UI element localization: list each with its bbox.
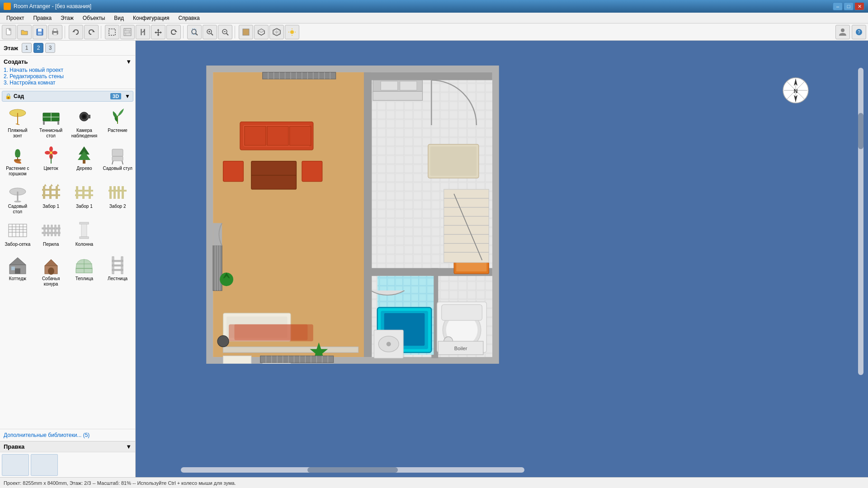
svg-rect-107 — [81, 224, 87, 237]
item-fence1b[interactable]: Забор 1 — [69, 180, 100, 216]
collapse-garden-icon[interactable]: ▼ — [125, 93, 130, 99]
item-flower[interactable]: Цветок — [35, 142, 67, 178]
item-doghouse-label: Собачья конура — [36, 276, 66, 287]
item-pot-plant[interactable]: Растение с горшком — [2, 142, 33, 178]
item-railing[interactable]: Перила — [35, 218, 67, 249]
3d-view-button[interactable] — [254, 25, 269, 39]
wall-button[interactable] — [120, 25, 135, 39]
item-plant[interactable]: Растение — [102, 104, 133, 141]
svg-rect-179 — [290, 126, 311, 145]
menu-help[interactable]: Справка — [174, 14, 204, 22]
sun-button[interactable] — [285, 25, 299, 39]
item-plant-label: Растение — [108, 128, 127, 133]
vertical-scrollbar[interactable] — [858, 68, 863, 375]
svg-rect-3 — [38, 33, 42, 35]
3d-full-button[interactable] — [269, 25, 284, 39]
new-button[interactable] — [2, 25, 16, 39]
create-link-3[interactable]: 3. Настройка комнат — [4, 80, 132, 86]
move-button[interactable] — [151, 25, 165, 39]
create-link-1[interactable]: 1. Начать новый проект — [4, 67, 132, 73]
svg-line-46 — [16, 124, 19, 125]
floor-plan-svg[interactable]: Boiler — [181, 66, 524, 364]
rotate-btn[interactable] — [166, 25, 181, 39]
svg-rect-111 — [15, 268, 20, 274]
garden-section-header: 🔒 Сад 3D ▼ — [2, 91, 133, 102]
menu-project[interactable]: Проект — [2, 14, 29, 22]
svg-rect-75 — [43, 186, 45, 199]
door-button[interactable] — [136, 25, 150, 39]
menu-config[interactable]: Конфигурация — [128, 14, 174, 22]
open-button[interactable] — [17, 25, 32, 39]
svg-rect-66 — [112, 149, 123, 156]
additional-libraries-link[interactable]: Дополнительные библиотеки... (5) — [0, 429, 135, 441]
svg-rect-65 — [83, 160, 85, 164]
pravka-thumb-2[interactable] — [31, 454, 58, 476]
item-tennis-table[interactable]: Теннисный стол — [35, 104, 67, 141]
item-tree[interactable]: Дерево — [69, 142, 100, 178]
svg-rect-67 — [112, 156, 123, 161]
create-link-2[interactable]: 2. Редактировать стены — [4, 73, 132, 80]
print-button[interactable] — [48, 25, 62, 39]
svg-rect-140 — [364, 72, 372, 357]
item-camera[interactable]: Камера наблюдения — [69, 104, 100, 141]
minimize-button[interactable]: – — [833, 2, 843, 10]
save-button[interactable] — [33, 25, 47, 39]
floor-view-button[interactable] — [239, 25, 253, 39]
canvas-area[interactable]: N — [136, 41, 868, 477]
item-cottage-label: Коттедж — [9, 276, 26, 282]
collapse-create-icon[interactable]: ▼ — [126, 58, 132, 65]
item-garden-table-label: Садовый стол — [3, 204, 33, 215]
horizontal-scrollbar[interactable] — [181, 467, 524, 473]
svg-rect-50 — [43, 121, 45, 125]
left-panel: Этаж 1 2 3 Создать ▼ 1. Начать новый про… — [0, 41, 136, 477]
svg-rect-102 — [47, 225, 49, 236]
pravka-thumb-1[interactable] — [2, 454, 29, 476]
window-controls: – □ ✕ — [833, 2, 864, 10]
item-column[interactable]: Колонна — [69, 218, 100, 249]
item-greenhouse[interactable]: Теплица — [69, 253, 100, 289]
menu-edit[interactable]: Правка — [29, 14, 57, 22]
item-beach-umbrella[interactable]: Пляжный зонт — [2, 104, 33, 141]
floor-tab-2[interactable]: 2 — [33, 43, 43, 53]
item-fence1[interactable]: Забор 1 — [35, 180, 67, 216]
item-ladder-label: Лестница — [108, 276, 127, 282]
menu-view[interactable]: Вид — [109, 14, 128, 22]
svg-rect-160 — [400, 81, 417, 90]
undo-button[interactable] — [69, 25, 83, 39]
zoom-in-button[interactable] — [203, 25, 217, 39]
svg-rect-103 — [51, 225, 52, 236]
svg-marker-110 — [9, 258, 26, 265]
pravka-title: Правка — [4, 443, 24, 450]
item-fence2[interactable]: Забор 2 — [102, 180, 133, 216]
svg-rect-51 — [57, 121, 59, 125]
garden-3d-btn[interactable]: 3D — [110, 93, 121, 99]
scrollbar-thumb-h[interactable] — [307, 467, 398, 473]
item-garden-chair[interactable]: Садовый стул — [102, 142, 133, 178]
item-cottage[interactable]: Коттедж — [2, 253, 33, 289]
item-fence1b-label: Забор 1 — [76, 204, 93, 209]
item-doghouse[interactable]: Собачья конура — [35, 253, 67, 289]
scrollbar-thumb[interactable] — [858, 113, 863, 149]
select-button[interactable] — [105, 25, 119, 39]
maximize-button[interactable]: □ — [844, 2, 854, 10]
menu-objects[interactable]: Объекты — [78, 14, 110, 22]
floor-tab-1[interactable]: 1 — [22, 43, 32, 53]
floor-tab-3[interactable]: 3 — [45, 43, 55, 53]
svg-rect-122 — [112, 260, 123, 262]
compass: N — [782, 77, 809, 104]
zoom-out-button[interactable] — [218, 25, 232, 39]
zoom-area-button[interactable] — [187, 25, 202, 39]
svg-rect-141 — [371, 72, 492, 80]
item-fence-net[interactable]: Забор-сетка — [2, 218, 33, 249]
item-garden-table[interactable]: Садовый стол — [2, 180, 33, 216]
redo-button[interactable] — [84, 25, 99, 39]
item-ladder[interactable]: Лестница — [102, 253, 133, 289]
svg-rect-83 — [76, 186, 78, 199]
user-icon-button[interactable] — [835, 25, 850, 39]
close-button[interactable]: ✕ — [854, 2, 864, 10]
menu-floor[interactable]: Этаж — [56, 14, 78, 22]
collapse-pravka-icon[interactable]: ▼ — [126, 443, 132, 450]
help-icon-button[interactable]: ? — [852, 25, 866, 39]
svg-line-69 — [122, 161, 123, 164]
toolbar: ? — [0, 23, 868, 41]
